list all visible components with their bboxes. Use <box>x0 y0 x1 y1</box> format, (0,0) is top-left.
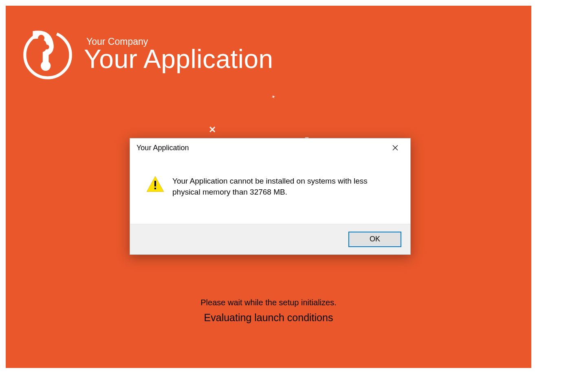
installer-title-block: Your Company Your Application <box>84 36 273 74</box>
dialog-body: Your Application cannot be installed on … <box>130 157 410 224</box>
svg-point-3 <box>38 35 44 42</box>
application-name: Your Application <box>84 44 273 74</box>
svg-rect-12 <box>154 188 156 189</box>
ok-button[interactable]: OK <box>348 232 401 247</box>
warning-icon <box>146 176 164 192</box>
dialog-title: Your Application <box>136 144 189 152</box>
status-message: Evaluating launch conditions <box>6 312 531 324</box>
dialog-titlebar: Your Application <box>130 138 410 157</box>
dialog-button-row: OK <box>130 224 410 254</box>
close-icon <box>392 145 398 151</box>
sparkle-icon: ✦ <box>271 94 276 100</box>
close-button[interactable] <box>386 141 405 154</box>
svg-rect-11 <box>154 181 156 186</box>
application-logo-icon <box>23 30 73 80</box>
installer-header: Your Company Your Application <box>23 30 273 80</box>
sparkle-icon: ✕ <box>209 125 216 135</box>
wait-message: Please wait while the setup initializes. <box>6 298 531 307</box>
svg-point-4 <box>44 44 49 49</box>
dialog-message: Your Application cannot be installed on … <box>172 176 394 198</box>
error-dialog: Your Application Your Application cannot… <box>130 138 411 255</box>
